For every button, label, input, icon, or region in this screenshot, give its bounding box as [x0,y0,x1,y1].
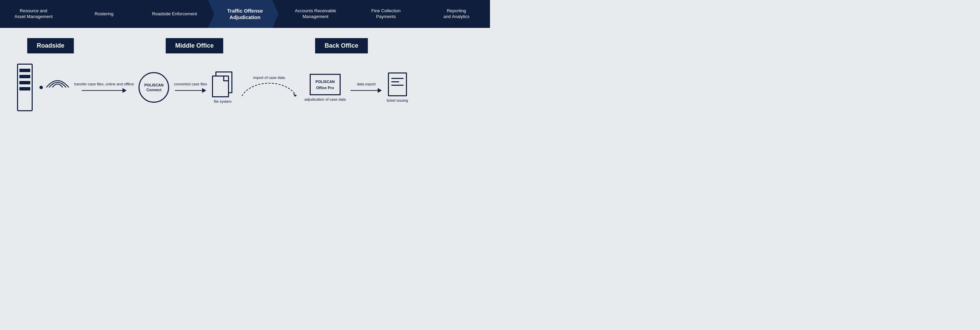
converted-arrow: converted case files [174,82,207,93]
nav-item-traffic[interactable]: Traffic Offense Adjudication [208,0,278,28]
ticket-issuing: ticket issuing [387,73,408,102]
nav-item-resource[interactable]: Resource and Asset Management [0,0,67,28]
nav-item-accounts[interactable]: Accounts Receivable Management [279,0,349,28]
section-label-middle: Middle Office [166,38,223,53]
import-arc-group: import of case data [239,76,300,99]
transfer-arrow: transfer case files, online and offline [74,82,134,93]
nav-item-roadside[interactable]: Roadside Enforcement [137,0,208,28]
section-label-back: Back Office [315,38,368,53]
radio-waves-group [40,76,69,99]
nav-item-fine[interactable]: Fine Collection Payments [349,0,420,28]
nav-item-reporting[interactable]: Reporting and Analytics [420,0,490,28]
section-label-roadside: Roadside [27,38,74,53]
data-export-arrow: data export [350,82,382,93]
navigation-banner: Resource and Asset Management Rostering … [0,0,490,28]
poliscan-connect: POLISCAN Connect [138,72,169,103]
nav-item-rostering[interactable]: Rostering [67,0,137,28]
poliscan-office-pro: POLISCAN Office Pro adjudication of case… [305,74,346,102]
file-system: file system [212,71,234,103]
speed-camera-device [17,63,33,111]
